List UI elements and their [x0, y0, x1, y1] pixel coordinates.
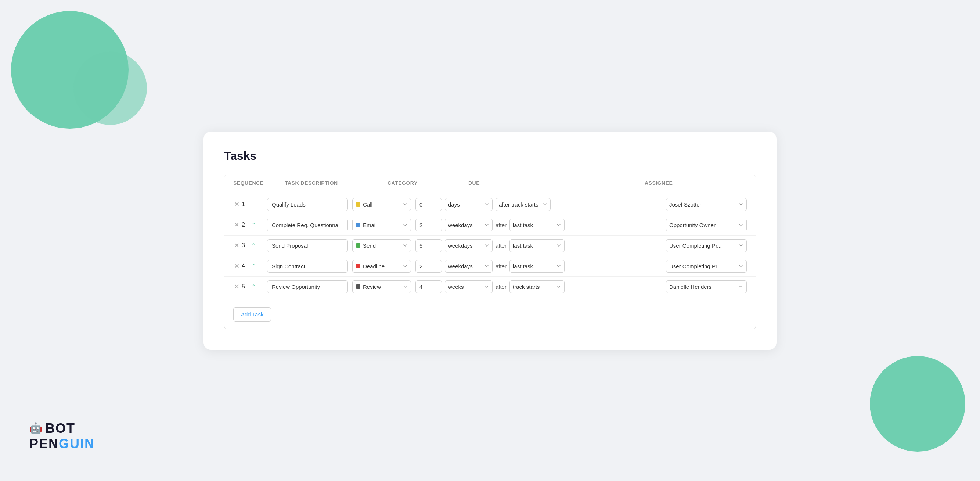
sequence-number: 1: [242, 201, 249, 208]
category-wrapper: Review Call Email Send Deadline Review: [352, 280, 411, 293]
after-label: after: [495, 222, 506, 228]
delete-task-button[interactable]: ✕: [233, 221, 240, 229]
table-row: ✕ 3 ⌃ Send Call Email Send Deadline Revi…: [224, 236, 756, 256]
due-section: weekdays days weekdays weeks after last …: [415, 239, 662, 252]
table-header: SEQUENCE TASK DESCRIPTION CATEGORY DUE A…: [224, 175, 756, 191]
table-body: ✕ 1 Call Call Email Send Deadline Review…: [224, 191, 756, 300]
due-number-input[interactable]: [415, 260, 442, 272]
due-number-input[interactable]: [415, 280, 442, 293]
assignee-select[interactable]: Opportunity Owner Josef Szotten Opportun…: [666, 219, 747, 231]
after-label: after: [495, 263, 506, 269]
row-controls: ✕ 3 ⌃: [233, 241, 262, 250]
table-row: ✕ 4 ⌃ Deadline Call Email Send Deadline …: [224, 256, 756, 277]
assignee-select[interactable]: User Completing Pr... Josef Szotten Oppo…: [666, 239, 747, 252]
due-section: weekdays days weekdays weeks after last …: [415, 219, 662, 231]
sequence-number: 2: [242, 221, 249, 228]
sequence-number: 3: [242, 242, 249, 249]
after-label: after: [495, 242, 506, 249]
due-number-input[interactable]: [415, 239, 442, 252]
move-up-button[interactable]: ⌃: [250, 241, 257, 250]
move-up-button[interactable]: ⌃: [250, 283, 257, 291]
add-task-button[interactable]: Add Task: [233, 307, 271, 322]
due-section: days days weekdays weeks after track sta…: [415, 198, 662, 211]
logo-icon: 🤖: [29, 422, 42, 434]
due-number-input[interactable]: [415, 219, 442, 231]
col-task-description: TASK DESCRIPTION: [285, 180, 388, 186]
due-unit-select[interactable]: days days weekdays weeks: [445, 198, 493, 211]
category-select[interactable]: Deadline Call Email Send Deadline Review: [352, 260, 411, 272]
delete-task-button[interactable]: ✕: [233, 200, 240, 209]
after-select[interactable]: last task last task track starts: [509, 260, 565, 272]
assignee-select[interactable]: Danielle Henders Josef Szotten Opportuni…: [666, 280, 747, 293]
due-section: weekdays days weekdays weeks after last …: [415, 260, 662, 272]
task-name-input[interactable]: [267, 260, 348, 272]
task-name-input[interactable]: [267, 198, 348, 211]
col-assignee: ASSIGNEE: [644, 180, 755, 186]
category-wrapper: Deadline Call Email Send Deadline Review: [352, 260, 411, 272]
due-section: weeks days weekdays weeks after track st…: [415, 280, 662, 293]
logo-text-line1: BOT: [45, 421, 75, 436]
assignee-select[interactable]: Josef Szotten Josef Szotten Opportunity …: [666, 198, 747, 211]
category-select[interactable]: Email Call Email Send Deadline Review: [352, 219, 411, 231]
table-row: ✕ 2 ⌃ Email Call Email Send Deadline Rev…: [224, 215, 756, 236]
col-sequence: SEQUENCE: [233, 180, 285, 186]
delete-task-button[interactable]: ✕: [233, 241, 240, 250]
category-wrapper: Send Call Email Send Deadline Review: [352, 239, 411, 252]
bg-circle-top-left-2: [73, 51, 147, 125]
tasks-table: SEQUENCE TASK DESCRIPTION CATEGORY DUE A…: [224, 175, 756, 329]
delete-task-button[interactable]: ✕: [233, 283, 240, 291]
category-select[interactable]: Call Call Email Send Deadline Review: [352, 198, 411, 211]
move-up-button[interactable]: ⌃: [250, 262, 257, 271]
task-name-input[interactable]: [267, 239, 348, 252]
due-unit-select[interactable]: weekdays days weekdays weeks: [445, 219, 493, 231]
delete-task-button[interactable]: ✕: [233, 262, 240, 270]
col-due: DUE: [468, 180, 644, 186]
due-unit-select[interactable]: weekdays days weekdays weeks: [445, 260, 493, 272]
col-category: CATEGORY: [388, 180, 468, 186]
due-number-input[interactable]: [415, 198, 442, 211]
table-row: ✕ 5 ⌃ Review Call Email Send Deadline Re…: [224, 277, 756, 297]
main-card: Tasks SEQUENCE TASK DESCRIPTION CATEGORY…: [204, 132, 776, 350]
due-unit-select[interactable]: weeks days weekdays weeks: [445, 280, 493, 293]
after-select[interactable]: last task last task track starts: [509, 239, 565, 252]
sequence-number: 4: [242, 263, 249, 269]
due-unit-select[interactable]: weekdays days weekdays weeks: [445, 239, 493, 252]
after-select[interactable]: last task last task track starts: [509, 219, 565, 231]
row-controls: ✕ 4 ⌃: [233, 262, 262, 271]
logo: 🤖 BOT PENGUIN: [29, 421, 95, 452]
sequence-number: 5: [242, 283, 249, 290]
row-controls: ✕ 5 ⌃: [233, 283, 262, 291]
after-select[interactable]: track starts last task track starts: [509, 280, 565, 293]
category-wrapper: Email Call Email Send Deadline Review: [352, 219, 411, 231]
row-controls: ✕ 2 ⌃: [233, 221, 262, 229]
bg-circle-bottom-right: [870, 356, 965, 452]
page-title: Tasks: [224, 149, 756, 163]
category-select[interactable]: Send Call Email Send Deadline Review: [352, 239, 411, 252]
after-select[interactable]: after track starts after track starts la…: [495, 198, 550, 211]
move-up-button[interactable]: ⌃: [250, 221, 257, 229]
logo-text-line2: PENGUIN: [29, 436, 95, 452]
task-name-input[interactable]: [267, 219, 348, 231]
assignee-select[interactable]: User Completing Pr... Josef Szotten Oppo…: [666, 260, 747, 272]
category-select[interactable]: Review Call Email Send Deadline Review: [352, 280, 411, 293]
row-controls: ✕ 1: [233, 200, 262, 209]
after-label: after: [495, 284, 506, 290]
add-task-section: Add Task: [224, 300, 756, 329]
category-wrapper: Call Call Email Send Deadline Review: [352, 198, 411, 211]
task-name-input[interactable]: [267, 280, 348, 293]
table-row: ✕ 1 Call Call Email Send Deadline Review…: [224, 194, 756, 215]
